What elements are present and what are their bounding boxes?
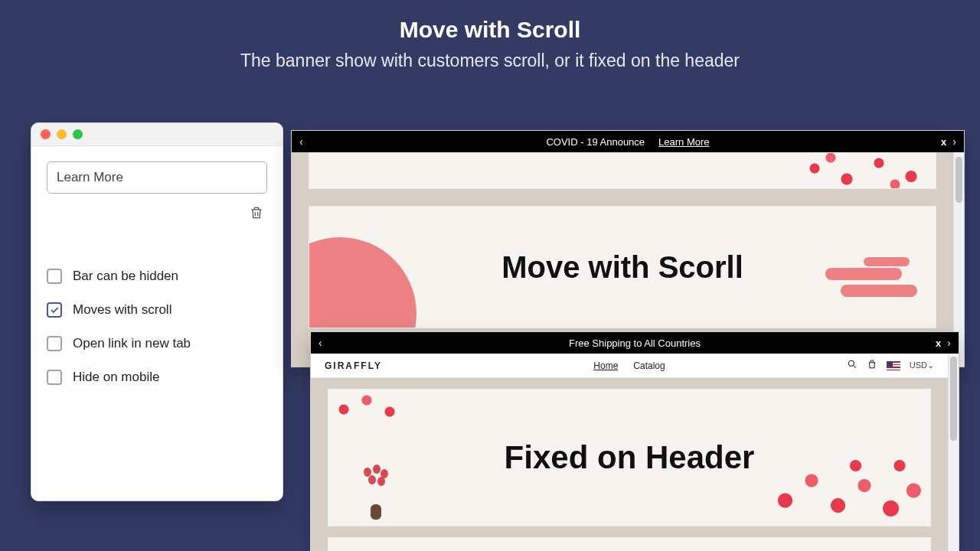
bar-next-icon[interactable]: › — [947, 337, 951, 349]
announce-bar: ‹ COVID - 19 Announce Learn More x › — [292, 131, 964, 152]
option-hide-mobile[interactable]: Hide on mobile — [47, 370, 267, 385]
window-minimize-icon[interactable] — [57, 129, 67, 139]
bar-learn-more-link[interactable]: Learn More — [658, 136, 709, 148]
page-subtitle: The banner show with customers scroll, o… — [0, 51, 980, 71]
settings-window: Bar can be hidden Moves with scroll Open… — [31, 122, 283, 501]
checkbox-checked-icon — [47, 302, 62, 318]
flower-art-icon — [782, 152, 936, 189]
announce-bar: ‹ Free Shipping to All Countries x › — [311, 332, 959, 354]
delete-icon[interactable] — [249, 210, 264, 223]
option-label: Hide on mobile — [73, 370, 159, 385]
us-flag-icon — [887, 361, 900, 370]
option-open-new-tab[interactable]: Open link in new tab — [47, 336, 267, 351]
bar-prev-icon[interactable]: ‹ — [299, 135, 303, 148]
sun-art-icon — [309, 237, 416, 328]
checkbox-icon — [47, 336, 62, 351]
checkbox-icon — [47, 269, 62, 284]
page-title: Move with Scroll — [0, 17, 980, 43]
option-bar-hidden[interactable]: Bar can be hidden — [47, 269, 267, 284]
window-zoom-icon[interactable] — [73, 129, 83, 139]
page-canvas: Fixed on Header — [311, 378, 948, 551]
option-label: Open link in new tab — [73, 336, 191, 351]
hero-banner: Fixed on Header — [328, 389, 931, 527]
bar-prev-icon[interactable]: ‹ — [318, 337, 322, 349]
nav-catalog-link[interactable]: Catalog — [633, 360, 665, 371]
bag-icon[interactable] — [867, 359, 877, 372]
option-label: Moves with scroll — [73, 302, 172, 318]
store-logo[interactable]: GIRAFFLY — [325, 360, 382, 371]
banner-title: Fixed on Header — [505, 439, 755, 476]
flower-art-icon — [328, 389, 417, 432]
scrollbar[interactable] — [948, 354, 959, 551]
store-header: GIRAFFLY Home Catalog USD⌄ — [311, 354, 948, 378]
banner-slice-bottom — [328, 537, 931, 551]
svg-point-0 — [848, 360, 854, 366]
preview-fixed-on-header: ‹ Free Shipping to All Countries x › GIR… — [310, 331, 959, 551]
bar-message: COVID - 19 Announce — [546, 136, 645, 148]
bar-message: Free Shipping to All Countries — [569, 337, 701, 349]
search-icon[interactable] — [847, 359, 858, 372]
currency-selector[interactable]: USD⌄ — [910, 360, 934, 370]
window-titlebar — [31, 123, 283, 146]
checkbox-icon — [47, 370, 62, 385]
bar-next-icon[interactable]: › — [952, 135, 956, 148]
bar-close-icon[interactable]: x — [941, 136, 946, 148]
nav-home-link[interactable]: Home — [593, 360, 618, 371]
banner-title: Move with Scorll — [501, 250, 743, 285]
bar-close-icon[interactable]: x — [936, 337, 941, 349]
hero-banner: Move with Scorll — [309, 206, 936, 328]
cloud-art-icon — [825, 260, 917, 306]
option-moves-with-scroll[interactable]: Moves with scroll — [47, 302, 267, 318]
flower-art-icon — [759, 431, 931, 527]
banner-slice-top — [309, 152, 936, 189]
link-text-input[interactable] — [47, 161, 267, 194]
window-close-icon[interactable] — [41, 129, 51, 139]
option-label: Bar can be hidden — [73, 269, 178, 284]
balloons-art-icon — [359, 465, 393, 520]
